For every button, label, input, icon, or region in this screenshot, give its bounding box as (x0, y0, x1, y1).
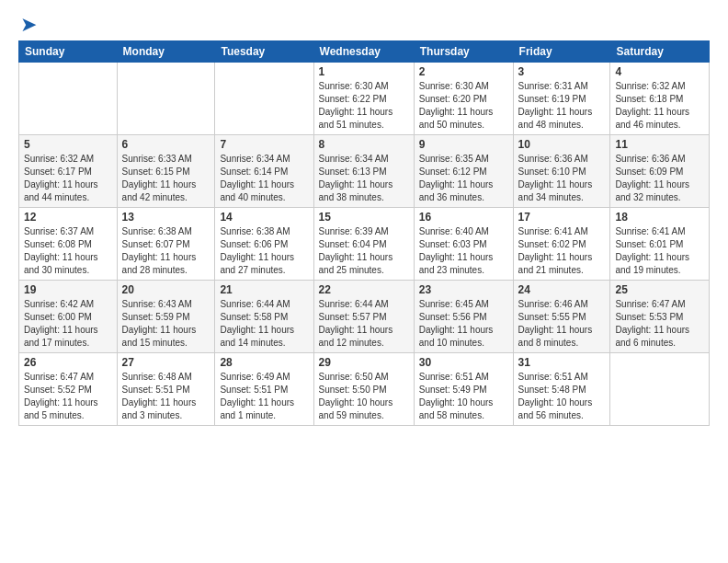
page: ➤ SundayMondayTuesdayWednesdayThursdayFr… (0, 0, 728, 563)
day-cell: 10Sunrise: 6:36 AM Sunset: 6:10 PM Dayli… (513, 135, 610, 208)
day-number: 9 (419, 138, 508, 151)
weekday-header-sunday: Sunday (19, 41, 118, 63)
day-number: 30 (419, 356, 508, 369)
day-info: Sunrise: 6:51 AM Sunset: 5:48 PM Dayligh… (518, 371, 606, 422)
day-info: Sunrise: 6:35 AM Sunset: 6:12 PM Dayligh… (419, 153, 508, 204)
day-cell: 18Sunrise: 6:41 AM Sunset: 6:01 PM Dayli… (610, 208, 710, 281)
day-cell: 28Sunrise: 6:49 AM Sunset: 5:51 PM Dayli… (215, 353, 313, 426)
weekday-header-wednesday: Wednesday (313, 41, 414, 63)
day-number: 14 (220, 211, 308, 224)
logo: ➤ (18, 15, 37, 35)
week-row-5: 26Sunrise: 6:47 AM Sunset: 5:52 PM Dayli… (19, 353, 710, 426)
day-cell: 29Sunrise: 6:50 AM Sunset: 5:50 PM Dayli… (313, 353, 414, 426)
day-info: Sunrise: 6:38 AM Sunset: 6:06 PM Dayligh… (220, 225, 308, 277)
day-cell: 21Sunrise: 6:44 AM Sunset: 5:58 PM Dayli… (215, 281, 313, 353)
day-number: 28 (220, 356, 308, 369)
day-number: 16 (419, 211, 508, 224)
day-info: Sunrise: 6:45 AM Sunset: 5:56 PM Dayligh… (419, 298, 508, 350)
day-number: 4 (615, 65, 704, 78)
day-number: 2 (419, 65, 508, 78)
day-number: 3 (518, 65, 606, 78)
day-number: 7 (220, 138, 308, 151)
day-cell: 25Sunrise: 6:47 AM Sunset: 5:53 PM Dayli… (610, 281, 710, 353)
day-cell: 23Sunrise: 6:45 AM Sunset: 5:56 PM Dayli… (414, 281, 513, 353)
day-info: Sunrise: 6:34 AM Sunset: 6:13 PM Dayligh… (319, 153, 409, 204)
day-number: 8 (319, 138, 409, 151)
day-info: Sunrise: 6:30 AM Sunset: 6:22 PM Dayligh… (319, 80, 409, 132)
day-info: Sunrise: 6:44 AM Sunset: 5:58 PM Dayligh… (220, 298, 308, 350)
day-cell: 17Sunrise: 6:41 AM Sunset: 6:02 PM Dayli… (513, 208, 610, 281)
day-info: Sunrise: 6:39 AM Sunset: 6:04 PM Dayligh… (319, 225, 409, 277)
day-cell (610, 353, 710, 426)
day-cell: 5Sunrise: 6:32 AM Sunset: 6:17 PM Daylig… (19, 135, 118, 208)
day-cell: 9Sunrise: 6:35 AM Sunset: 6:12 PM Daylig… (414, 135, 513, 208)
day-info: Sunrise: 6:32 AM Sunset: 6:18 PM Dayligh… (615, 80, 704, 132)
week-row-3: 12Sunrise: 6:37 AM Sunset: 6:08 PM Dayli… (19, 208, 710, 281)
day-cell: 30Sunrise: 6:51 AM Sunset: 5:49 PM Dayli… (414, 353, 513, 426)
header: ➤ (18, 15, 710, 35)
day-number: 26 (24, 356, 112, 369)
day-number: 22 (319, 283, 409, 296)
day-number: 17 (518, 211, 606, 224)
day-info: Sunrise: 6:43 AM Sunset: 5:59 PM Dayligh… (122, 298, 210, 350)
week-row-1: 1Sunrise: 6:30 AM Sunset: 6:22 PM Daylig… (19, 63, 710, 135)
calendar-table: SundayMondayTuesdayWednesdayThursdayFrid… (18, 40, 710, 426)
day-cell: 16Sunrise: 6:40 AM Sunset: 6:03 PM Dayli… (414, 208, 513, 281)
day-number: 13 (122, 211, 210, 224)
day-number: 10 (518, 138, 606, 151)
day-info: Sunrise: 6:36 AM Sunset: 6:09 PM Dayligh… (615, 153, 704, 204)
day-info: Sunrise: 6:49 AM Sunset: 5:51 PM Dayligh… (220, 371, 308, 422)
day-number: 31 (518, 356, 606, 369)
day-cell: 13Sunrise: 6:38 AM Sunset: 6:07 PM Dayli… (117, 208, 215, 281)
day-cell: 12Sunrise: 6:37 AM Sunset: 6:08 PM Dayli… (19, 208, 118, 281)
day-number: 18 (615, 211, 704, 224)
day-number: 24 (518, 283, 606, 296)
day-cell (117, 63, 215, 135)
day-cell: 1Sunrise: 6:30 AM Sunset: 6:22 PM Daylig… (313, 63, 414, 135)
weekday-header-saturday: Saturday (610, 41, 710, 63)
day-info: Sunrise: 6:46 AM Sunset: 5:55 PM Dayligh… (518, 298, 606, 350)
day-info: Sunrise: 6:34 AM Sunset: 6:14 PM Dayligh… (220, 153, 308, 204)
week-row-2: 5Sunrise: 6:32 AM Sunset: 6:17 PM Daylig… (19, 135, 710, 208)
day-info: Sunrise: 6:42 AM Sunset: 6:00 PM Dayligh… (24, 298, 112, 350)
day-cell: 22Sunrise: 6:44 AM Sunset: 5:57 PM Dayli… (313, 281, 414, 353)
day-number: 12 (24, 211, 112, 224)
day-cell: 2Sunrise: 6:30 AM Sunset: 6:20 PM Daylig… (414, 63, 513, 135)
day-number: 21 (220, 283, 308, 296)
day-cell: 15Sunrise: 6:39 AM Sunset: 6:04 PM Dayli… (313, 208, 414, 281)
day-info: Sunrise: 6:41 AM Sunset: 6:02 PM Dayligh… (518, 225, 606, 277)
day-cell: 31Sunrise: 6:51 AM Sunset: 5:48 PM Dayli… (513, 353, 610, 426)
day-cell: 20Sunrise: 6:43 AM Sunset: 5:59 PM Dayli… (117, 281, 215, 353)
weekday-header-tuesday: Tuesday (215, 41, 313, 63)
day-cell: 24Sunrise: 6:46 AM Sunset: 5:55 PM Dayli… (513, 281, 610, 353)
day-cell: 8Sunrise: 6:34 AM Sunset: 6:13 PM Daylig… (313, 135, 414, 208)
week-row-4: 19Sunrise: 6:42 AM Sunset: 6:00 PM Dayli… (19, 281, 710, 353)
day-number: 1 (319, 65, 409, 78)
day-cell: 11Sunrise: 6:36 AM Sunset: 6:09 PM Dayli… (610, 135, 710, 208)
day-cell (215, 63, 313, 135)
day-cell: 7Sunrise: 6:34 AM Sunset: 6:14 PM Daylig… (215, 135, 313, 208)
day-info: Sunrise: 6:41 AM Sunset: 6:01 PM Dayligh… (615, 225, 704, 277)
day-number: 6 (122, 138, 210, 151)
day-number: 23 (419, 283, 508, 296)
day-cell (19, 63, 118, 135)
day-info: Sunrise: 6:50 AM Sunset: 5:50 PM Dayligh… (319, 371, 409, 422)
weekday-header-row: SundayMondayTuesdayWednesdayThursdayFrid… (19, 41, 710, 63)
weekday-header-monday: Monday (117, 41, 215, 63)
day-number: 19 (24, 283, 112, 296)
day-info: Sunrise: 6:32 AM Sunset: 6:17 PM Dayligh… (24, 153, 112, 204)
day-info: Sunrise: 6:36 AM Sunset: 6:10 PM Dayligh… (518, 153, 606, 204)
day-info: Sunrise: 6:38 AM Sunset: 6:07 PM Dayligh… (122, 225, 210, 277)
day-cell: 4Sunrise: 6:32 AM Sunset: 6:18 PM Daylig… (610, 63, 710, 135)
weekday-header-thursday: Thursday (414, 41, 513, 63)
day-cell: 14Sunrise: 6:38 AM Sunset: 6:06 PM Dayli… (215, 208, 313, 281)
day-number: 29 (319, 356, 409, 369)
day-info: Sunrise: 6:37 AM Sunset: 6:08 PM Dayligh… (24, 225, 112, 277)
day-cell: 3Sunrise: 6:31 AM Sunset: 6:19 PM Daylig… (513, 63, 610, 135)
day-info: Sunrise: 6:47 AM Sunset: 5:53 PM Dayligh… (615, 298, 704, 350)
day-number: 25 (615, 283, 704, 296)
day-info: Sunrise: 6:31 AM Sunset: 6:19 PM Dayligh… (518, 80, 606, 132)
day-info: Sunrise: 6:30 AM Sunset: 6:20 PM Dayligh… (419, 80, 508, 132)
day-info: Sunrise: 6:51 AM Sunset: 5:49 PM Dayligh… (419, 371, 508, 422)
day-info: Sunrise: 6:40 AM Sunset: 6:03 PM Dayligh… (419, 225, 508, 277)
